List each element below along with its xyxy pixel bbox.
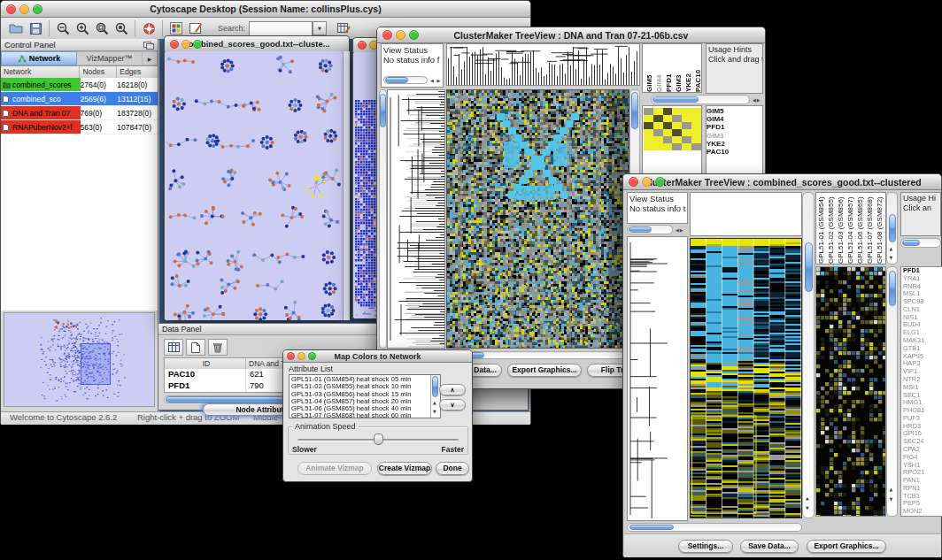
close-icon[interactable] bbox=[382, 30, 392, 40]
window-controls[interactable] bbox=[382, 30, 419, 40]
tv1-heatmap-canvas[interactable] bbox=[447, 90, 629, 348]
tv2-save-data-button[interactable]: Save Data... bbox=[740, 540, 799, 553]
zoom-in-button[interactable] bbox=[73, 19, 92, 37]
scroll-up-icon[interactable]: ▲ bbox=[806, 495, 810, 501]
float-panel-icon[interactable] bbox=[143, 42, 154, 50]
tv2-export-graphics-button[interactable]: Export Graphics... bbox=[807, 540, 886, 553]
scroll-thumb[interactable] bbox=[631, 92, 638, 129]
tv1-gene-label[interactable]: GIM5 bbox=[706, 107, 762, 115]
close-icon[interactable] bbox=[170, 40, 179, 49]
tv2-column-label[interactable]: GPL51-06 (GSM865) bbox=[856, 193, 866, 264]
tv2-genelist-vscrollbar[interactable]: ▲ ▼ bbox=[886, 266, 898, 517]
tv2-column-label[interactable]: GPL51-08 (GSM872) bbox=[876, 193, 885, 264]
attribute-listbox[interactable]: GPL51-01 (GSM854) heat shock 05 minGPL51… bbox=[289, 374, 441, 418]
tv1-zoom-cell[interactable] bbox=[682, 115, 691, 122]
save-button[interactable] bbox=[26, 19, 45, 37]
scroll-up-icon[interactable]: ▲ bbox=[433, 400, 437, 405]
move-down-button[interactable]: ∨ bbox=[439, 399, 466, 410]
minimize-icon[interactable] bbox=[396, 30, 405, 40]
minimize-icon[interactable] bbox=[181, 40, 190, 49]
tv2-gene-label[interactable]: MON2 bbox=[901, 508, 942, 516]
tv2-row-dendrogram-canvas[interactable] bbox=[628, 237, 687, 520]
tv1-zoom-cell[interactable] bbox=[672, 115, 682, 122]
tv1-zoom-cell[interactable] bbox=[682, 122, 691, 129]
tv1-zoom-cell[interactable] bbox=[691, 108, 701, 115]
tv1-zoom-cell[interactable] bbox=[663, 143, 673, 150]
tv2-column-label[interactable]: GPL51-01 (GSM854) bbox=[817, 193, 827, 264]
tv1-zoom-cell[interactable] bbox=[644, 129, 653, 136]
tv1-zoom-cell[interactable] bbox=[663, 122, 673, 129]
tv1-zoom-cell[interactable] bbox=[682, 129, 691, 136]
tv1-zoom-cell[interactable] bbox=[653, 122, 663, 129]
tv1-zoom-cell[interactable] bbox=[653, 115, 663, 122]
tv1-labels-hscrollbar[interactable] bbox=[651, 95, 750, 104]
tv2-zoom-view[interactable] bbox=[815, 266, 886, 517]
scroll-down-icon[interactable]: ▼ bbox=[433, 409, 437, 414]
zoom-window-icon[interactable] bbox=[308, 352, 316, 360]
tv1-heatmap-hscrollbar[interactable] bbox=[446, 351, 629, 359]
scroll-up-icon[interactable]: ▲ bbox=[890, 487, 894, 492]
tab-vizmapper[interactable]: VizMapper™ bbox=[77, 51, 143, 65]
scroll-down-icon[interactable]: ▼ bbox=[890, 255, 894, 260]
window-controls[interactable] bbox=[287, 352, 316, 360]
tv1-zoom-cell[interactable] bbox=[644, 136, 653, 143]
treeview1-titlebar[interactable]: ClusterMaker TreeView : DNA and Tran 07-… bbox=[377, 27, 765, 43]
tv1-zoom-matrix[interactable] bbox=[644, 108, 701, 150]
table-edit-button[interactable] bbox=[334, 19, 353, 37]
listbox-vscrollbar[interactable]: ▲ ▼ bbox=[430, 375, 440, 418]
tv1-left-vscrollbar[interactable] bbox=[379, 89, 387, 349]
window-controls[interactable] bbox=[629, 177, 665, 187]
dialog-titlebar[interactable]: Map Colors to Network bbox=[283, 350, 472, 363]
tv1-zoom-cell[interactable] bbox=[644, 108, 653, 115]
zoom-fit-button[interactable] bbox=[92, 19, 112, 37]
tv1-column-dendrogram[interactable] bbox=[446, 43, 640, 86]
tv1-zoom-cell[interactable] bbox=[682, 136, 691, 143]
network-list-row[interactable]: RNAPuberNov2+l563(0)107847(0) bbox=[1, 120, 158, 134]
new-attribute-button[interactable] bbox=[186, 339, 205, 356]
network-name-cell[interactable]: combined_sco bbox=[1, 92, 81, 105]
tv2-settings-button[interactable]: Settings... bbox=[678, 540, 733, 553]
window-controls[interactable] bbox=[170, 40, 202, 49]
tab-network[interactable]: Network bbox=[1, 51, 77, 65]
column-header-nodes[interactable]: Nodes bbox=[80, 66, 117, 78]
birdseye-view[interactable] bbox=[4, 312, 155, 407]
tv2-zoom-canvas[interactable] bbox=[816, 267, 885, 516]
scroll-down-icon[interactable]: ▼ bbox=[806, 505, 810, 510]
tv2-hscrollbar[interactable] bbox=[627, 523, 802, 532]
window-controls[interactable] bbox=[6, 4, 42, 14]
scroll-thumb[interactable] bbox=[889, 271, 896, 306]
tv1-zoom-cell[interactable] bbox=[653, 143, 663, 150]
tv1-column-label[interactable]: PAC10 bbox=[694, 44, 702, 92]
tv1-zoom-cell[interactable] bbox=[672, 129, 682, 136]
zoom-window-icon[interactable] bbox=[409, 30, 419, 40]
tv1-zoom-cell[interactable] bbox=[653, 136, 663, 143]
tv1-column-label[interactable]: GIM4 bbox=[655, 44, 665, 92]
main-titlebar[interactable]: Cytoscape Desktop (Session Name: collins… bbox=[1, 1, 530, 18]
tv2-column-label[interactable]: GPL51-03 (GSM856) bbox=[837, 193, 846, 264]
zoom-window-icon[interactable] bbox=[193, 40, 202, 49]
close-icon[interactable] bbox=[6, 4, 16, 14]
close-icon[interactable] bbox=[287, 352, 295, 360]
tv1-gene-label[interactable]: GIM4 bbox=[706, 115, 762, 123]
tv2-row-dendrogram[interactable] bbox=[627, 236, 688, 521]
tab-overflow-button[interactable]: ▶ bbox=[143, 51, 158, 65]
scroll-thumb[interactable] bbox=[889, 214, 896, 242]
search-dropdown-button[interactable]: ▼ bbox=[313, 21, 327, 35]
tv1-row-dendrogram-canvas[interactable] bbox=[388, 90, 444, 348]
tv1-zoom-cell[interactable] bbox=[663, 108, 673, 115]
tv1-status-scrollbar[interactable] bbox=[383, 76, 428, 84]
column-header-edges[interactable]: Edges bbox=[117, 66, 158, 78]
column-header-id[interactable]: ID bbox=[165, 358, 246, 369]
done-button[interactable]: Done bbox=[436, 462, 469, 475]
tv1-column-label[interactable]: YKE2 bbox=[684, 44, 694, 92]
tv2-heatmap[interactable] bbox=[690, 238, 802, 518]
tv1-zoom-cell[interactable] bbox=[653, 129, 663, 136]
create-vizmap-button[interactable]: Create Vizmap bbox=[377, 462, 432, 475]
tv1-gene-label[interactable]: PAC10 bbox=[706, 148, 762, 156]
move-up-button[interactable]: ∧ bbox=[439, 384, 466, 395]
tv1-zoom-cell[interactable] bbox=[644, 143, 653, 150]
tv1-zoom-cell[interactable] bbox=[663, 129, 673, 136]
tv1-zoom-cell[interactable] bbox=[653, 108, 663, 115]
tv2-heatmap-vscrollbar[interactable]: ▲ ▼ bbox=[802, 192, 815, 518]
scroll-thumb[interactable] bbox=[380, 94, 386, 127]
